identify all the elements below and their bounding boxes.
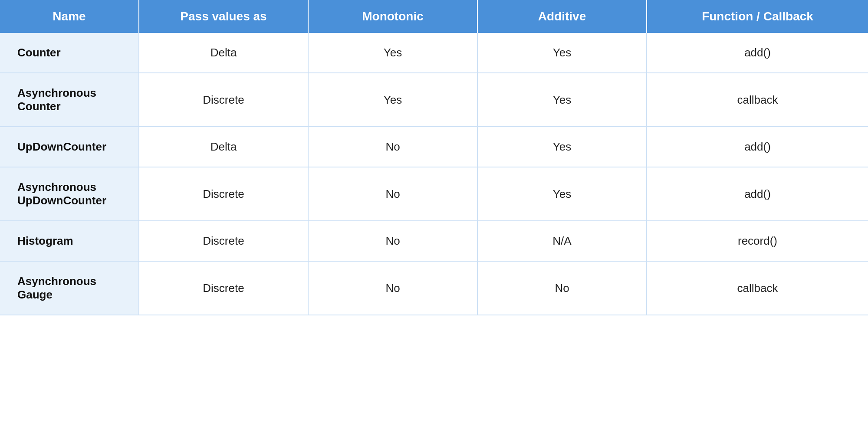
cell-additive: Yes [477,33,647,73]
table-row: HistogramDiscreteNoN/Arecord() [0,221,868,261]
cell-monotonic: No [308,167,477,221]
table-row: Asynchronous GaugeDiscreteNoNocallback [0,261,868,315]
cell-name: Asynchronous Gauge [0,261,139,315]
cell-function-callback: add() [647,33,868,73]
table-row: CounterDeltaYesYesadd() [0,33,868,73]
metrics-table: Name Pass values as Monotonic Additive F… [0,0,868,315]
header-monotonic: Monotonic [308,0,477,33]
main-container: Name Pass values as Monotonic Additive F… [0,0,868,423]
cell-additive: N/A [477,221,647,261]
cell-name: Asynchronous Counter [0,73,139,127]
cell-pass-values: Discrete [139,261,308,315]
cell-name: UpDownCounter [0,127,139,167]
cell-pass-values: Delta [139,127,308,167]
table-row: Asynchronous CounterDiscreteYesYescallba… [0,73,868,127]
cell-monotonic: No [308,221,477,261]
cell-monotonic: Yes [308,33,477,73]
cell-monotonic: Yes [308,73,477,127]
cell-additive: No [477,261,647,315]
table-header-row: Name Pass values as Monotonic Additive F… [0,0,868,33]
header-name: Name [0,0,139,33]
cell-function-callback: record() [647,221,868,261]
cell-additive: Yes [477,167,647,221]
cell-function-callback: callback [647,73,868,127]
header-additive: Additive [477,0,647,33]
cell-name: Counter [0,33,139,73]
cell-function-callback: callback [647,261,868,315]
cell-additive: Yes [477,73,647,127]
cell-pass-values: Discrete [139,73,308,127]
header-pass-values: Pass values as [139,0,308,33]
cell-function-callback: add() [647,127,868,167]
table-row: Asynchronous UpDownCounterDiscreteNoYesa… [0,167,868,221]
cell-additive: Yes [477,127,647,167]
cell-pass-values: Delta [139,33,308,73]
table-row: UpDownCounterDeltaNoYesadd() [0,127,868,167]
cell-name: Asynchronous UpDownCounter [0,167,139,221]
cell-pass-values: Discrete [139,167,308,221]
cell-monotonic: No [308,261,477,315]
cell-pass-values: Discrete [139,221,308,261]
cell-name: Histogram [0,221,139,261]
cell-function-callback: add() [647,167,868,221]
header-function-callback: Function / Callback [647,0,868,33]
cell-monotonic: No [308,127,477,167]
